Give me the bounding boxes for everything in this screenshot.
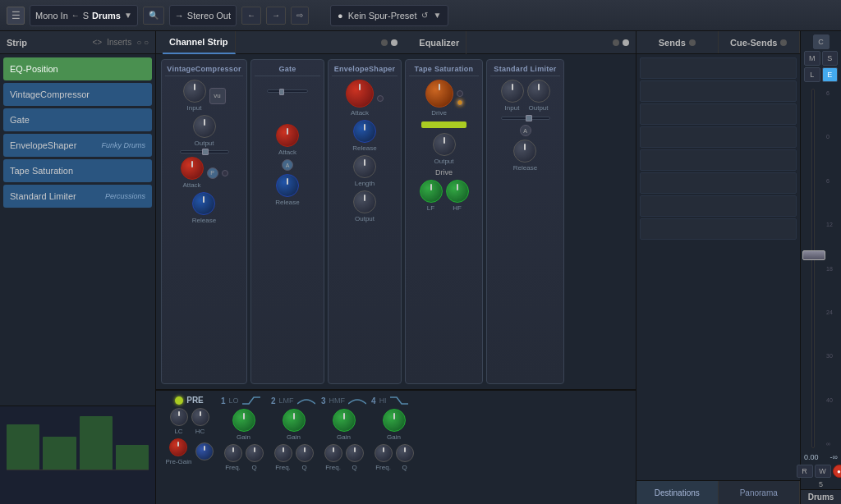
strip-item-tape-saturation[interactable]: Tape Saturation bbox=[3, 159, 152, 182]
eq-band-1-q-label: Q bbox=[251, 464, 256, 471]
input-arrow[interactable]: ← bbox=[71, 11, 80, 20]
tape-a-led[interactable] bbox=[457, 99, 463, 106]
send-item-6[interactable] bbox=[640, 172, 797, 194]
send-item-4[interactable] bbox=[640, 126, 797, 148]
tape-drive-knob[interactable] bbox=[425, 80, 453, 108]
send-item-5[interactable] bbox=[640, 149, 797, 171]
eq-band-3-q-knob[interactable] bbox=[346, 444, 364, 462]
pre-gain-knob[interactable] bbox=[169, 438, 187, 456]
pre-lc-knob[interactable] bbox=[170, 408, 188, 426]
limiter-input-knob[interactable] bbox=[501, 80, 524, 103]
tape-output-label: Output bbox=[434, 158, 453, 165]
vintage-p-btn[interactable]: P bbox=[207, 167, 218, 179]
limiter-output-knob[interactable] bbox=[527, 80, 550, 103]
strip-item-gate[interactable]: Gate bbox=[3, 108, 152, 131]
preset-refresh[interactable]: ↺ bbox=[421, 11, 428, 20]
eq-band-3-freq-label: Freq. bbox=[325, 464, 341, 471]
cs-w-btn[interactable]: W bbox=[815, 465, 831, 478]
eq-band-3-freq-knob[interactable] bbox=[324, 444, 342, 462]
eq-bottom-section: PRE LC HC Pre-Gain bbox=[156, 389, 636, 504]
cs-m-btn[interactable]: M bbox=[804, 51, 820, 66]
vintage-input-knob[interactable] bbox=[183, 80, 206, 103]
limiter-release-knob[interactable] bbox=[513, 140, 536, 163]
eq-band-4-gain-label: Gain bbox=[387, 433, 401, 441]
eq-band-1-freq-knob[interactable] bbox=[224, 444, 242, 462]
env-release-knob[interactable] bbox=[353, 120, 376, 143]
eq-band-3-gain-knob[interactable] bbox=[333, 409, 356, 432]
cs-s-btn[interactable]: S bbox=[822, 51, 839, 66]
eq-band-4-gain-knob[interactable] bbox=[383, 409, 406, 432]
vintage-release-knob[interactable] bbox=[192, 192, 215, 215]
pre-label: PRE bbox=[175, 396, 204, 405]
send-item-3[interactable] bbox=[640, 103, 797, 125]
eq-band-2-gain-knob[interactable] bbox=[283, 409, 306, 432]
strip-item-envelope-shaper[interactable]: EnvelopeShaper Funky Drums bbox=[3, 134, 152, 157]
cs-fader-thumb[interactable] bbox=[802, 250, 825, 260]
cs-l-btn[interactable]: L bbox=[804, 67, 820, 82]
limiter-a-btn[interactable]: A bbox=[520, 125, 531, 136]
menu-icon[interactable]: ☰ bbox=[7, 7, 25, 25]
tape-lf-knob[interactable] bbox=[420, 180, 443, 203]
pre-extra-knob[interactable] bbox=[195, 442, 214, 460]
cs-c-btn[interactable]: C bbox=[813, 34, 830, 49]
eq-band-4-q-knob[interactable] bbox=[396, 444, 414, 462]
tape-hf-knob[interactable] bbox=[446, 180, 469, 203]
strip-item-standard-limiter[interactable]: Standard Limiter Percussions bbox=[3, 185, 152, 208]
search-button[interactable]: 🔍 bbox=[143, 7, 164, 25]
tab-sends[interactable]: Sends bbox=[636, 31, 719, 53]
sends-dot bbox=[689, 39, 696, 46]
limiter-output-slider[interactable] bbox=[501, 117, 550, 120]
vintage-attack-knob[interactable] bbox=[181, 157, 204, 180]
eq-band-3-gain-container: Gain bbox=[333, 409, 356, 441]
nav-fwd-button[interactable]: → bbox=[266, 7, 286, 25]
plugin-envelope-shaper: EnvelopeShaper Attack Release bbox=[328, 59, 402, 384]
gate-release-knob[interactable] bbox=[276, 174, 299, 197]
vintage-output-slider[interactable] bbox=[180, 150, 229, 153]
eq-band-4-q-label: Q bbox=[402, 464, 407, 471]
gate-attack-knob[interactable] bbox=[276, 124, 299, 147]
eq-band-4-header: 4 HI bbox=[371, 396, 416, 405]
destinations-button[interactable]: Destinations bbox=[636, 481, 719, 504]
env-output-knob[interactable] bbox=[353, 190, 376, 213]
send-item-2[interactable] bbox=[640, 80, 797, 102]
eq-band-4-freq-knob[interactable] bbox=[375, 444, 393, 462]
track-dropdown[interactable]: ▼ bbox=[124, 11, 132, 20]
tape-output-knob[interactable] bbox=[433, 133, 456, 156]
vintage-vu-btn[interactable]: vu bbox=[209, 88, 226, 104]
eq-band-2-q-knob[interactable] bbox=[296, 444, 314, 462]
gate-a-btn[interactable]: A bbox=[282, 159, 293, 171]
eq-band-1-shape-icon bbox=[242, 396, 260, 405]
nav-back-button[interactable]: ← bbox=[241, 7, 261, 25]
export-button[interactable]: ⇨ bbox=[291, 7, 309, 25]
cs-inf-value: -∞ bbox=[830, 453, 838, 461]
eq-dot-1 bbox=[613, 39, 619, 46]
env-length-knob[interactable] bbox=[353, 155, 376, 178]
tab-cue-sends[interactable]: Cue-Sends bbox=[719, 31, 801, 53]
eq-band-2-freq-knob[interactable] bbox=[274, 444, 292, 462]
pre-hc-knob[interactable] bbox=[191, 408, 209, 426]
send-item-1[interactable] bbox=[640, 57, 797, 79]
eq-band-1-header: 1 LO bbox=[221, 396, 266, 405]
cs-r-btn[interactable]: R bbox=[797, 465, 813, 478]
cs-dot-button[interactable]: ● bbox=[833, 465, 842, 478]
preset-dropdown[interactable]: ▼ bbox=[433, 11, 441, 20]
tab-channel-strip[interactable]: Channel Strip bbox=[163, 31, 236, 54]
send-item-7[interactable] bbox=[640, 195, 797, 217]
vintage-output-knob[interactable] bbox=[193, 115, 216, 138]
eq-band-2-q-label: Q bbox=[301, 464, 306, 471]
env-attack-knob[interactable] bbox=[346, 80, 374, 108]
cs-e-btn[interactable]: E bbox=[822, 67, 839, 82]
eq-band-1-gain-knob[interactable] bbox=[232, 409, 255, 432]
eq-band-1-q-knob[interactable] bbox=[246, 444, 264, 462]
send-item-8[interactable] bbox=[640, 218, 797, 240]
strip-item-eq-position[interactable]: EQ-Position bbox=[3, 57, 152, 80]
tab-equalizer[interactable]: Equalizer bbox=[412, 31, 466, 54]
strip-item-vintage-compressor[interactable]: VintageCompressor bbox=[3, 83, 152, 106]
gate-row1 bbox=[267, 89, 308, 93]
plugin-tape-saturation: Tape Saturation Drive Output bbox=[405, 59, 483, 384]
panorama-button[interactable]: Panorama bbox=[719, 481, 801, 504]
search-icon: 🔍 bbox=[149, 11, 159, 20]
gate-slider[interactable] bbox=[267, 89, 308, 93]
env-length-label: Length bbox=[355, 180, 375, 187]
limiter-title: Standard Limiter bbox=[490, 65, 560, 76]
